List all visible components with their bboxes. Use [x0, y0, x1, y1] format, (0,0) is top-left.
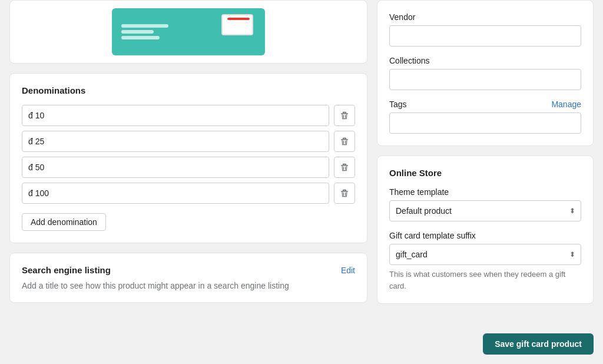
delete-denomination-2[interactable]	[334, 131, 355, 152]
tags-label: Tags	[389, 100, 407, 109]
seo-card: Search engine listing Edit Add a title t…	[9, 253, 367, 303]
denomination-input-3[interactable]	[22, 157, 329, 178]
denomination-input-2[interactable]	[22, 131, 329, 152]
theme-template-select-wrapper: Default product ⬍	[389, 200, 581, 221]
gift-card-suffix-select-wrapper: gift_card ⬍	[389, 244, 581, 265]
save-gift-card-button[interactable]: Save gift card product	[483, 333, 594, 355]
trash-icon	[340, 137, 349, 146]
denominations-title: Denominations	[22, 85, 355, 95]
vendor-label: Vendor	[389, 12, 581, 22]
gift-card-image-container	[9, 0, 367, 64]
denomination-row-4	[22, 183, 355, 204]
online-store-title: Online Store	[389, 168, 581, 178]
tags-input[interactable]	[389, 112, 581, 134]
gift-card-suffix-label: Gift card template suffix	[389, 231, 581, 240]
denomination-row-2	[22, 131, 355, 152]
collections-input[interactable]	[389, 69, 581, 90]
denominations-card: Denominations	[9, 73, 367, 243]
denomination-input-1[interactable]	[22, 105, 329, 126]
vendor-input[interactable]	[389, 25, 581, 47]
gift-card-decorative-lines	[121, 24, 168, 39]
metadata-card: Vendor Collections Tags Manage	[377, 0, 594, 146]
footer-bar: Save gift card product	[377, 324, 603, 364]
gift-card-suffix-group: Gift card template suffix gift_card ⬍ Th…	[389, 231, 581, 292]
seo-title: Search engine listing	[22, 265, 111, 275]
collections-group: Collections	[389, 56, 581, 90]
delete-denomination-1[interactable]	[334, 105, 355, 126]
online-store-card: Online Store Theme template Default prod…	[377, 155, 594, 304]
collections-label: Collections	[389, 56, 581, 65]
tags-group: Tags Manage	[389, 100, 581, 134]
add-denomination-button[interactable]: Add denomination	[22, 213, 106, 231]
gift-card-suffix-help-text: This is what customers see when they red…	[389, 269, 581, 292]
denomination-row-1	[22, 105, 355, 126]
theme-template-select[interactable]: Default product	[389, 200, 581, 221]
tags-manage-link[interactable]: Manage	[551, 100, 581, 109]
seo-edit-link[interactable]: Edit	[341, 266, 355, 275]
gift-card-line	[121, 24, 168, 28]
gift-card-image	[112, 8, 265, 55]
denomination-row-3	[22, 157, 355, 178]
delete-denomination-3[interactable]	[334, 157, 355, 178]
gift-card-line	[121, 36, 160, 39]
seo-header: Search engine listing Edit	[22, 265, 355, 275]
trash-icon	[340, 188, 349, 198]
delete-denomination-4[interactable]	[334, 183, 355, 204]
gift-card-line	[121, 30, 154, 34]
trash-icon	[340, 111, 349, 120]
seo-description: Add a title to see how this product migh…	[22, 281, 355, 290]
gift-card-suffix-select[interactable]: gift_card	[389, 244, 581, 265]
theme-template-group: Theme template Default product ⬍	[389, 187, 581, 221]
theme-template-label: Theme template	[389, 187, 581, 197]
denomination-input-4[interactable]	[22, 183, 329, 204]
vendor-group: Vendor	[389, 12, 581, 47]
trash-icon	[340, 163, 349, 172]
tags-label-row: Tags Manage	[389, 100, 581, 109]
